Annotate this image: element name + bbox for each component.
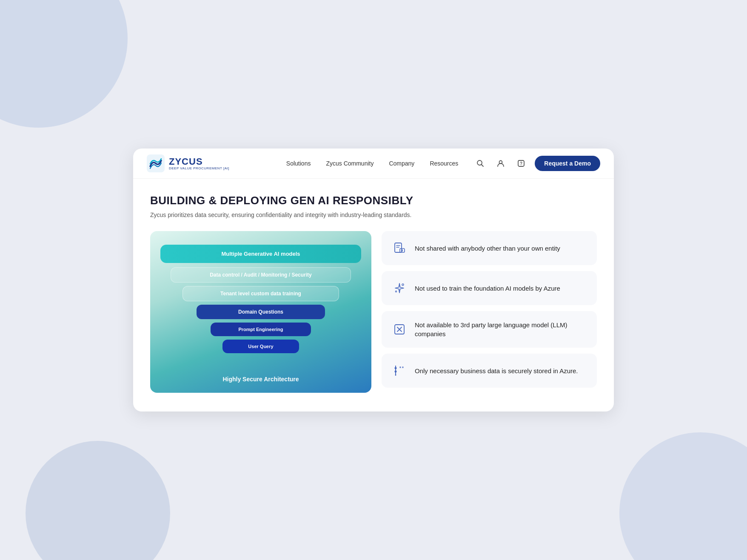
main-card: ZYCUS DEEP VALUE PROCUREMENT [AI] Soluti… xyxy=(133,149,614,411)
svg-point-12 xyxy=(395,367,397,369)
svg-point-9 xyxy=(396,291,397,292)
arch-layer-2: Tenant level custom data training xyxy=(182,286,339,301)
feature-card-2: Not used to train the foundation AI mode… xyxy=(382,271,597,305)
svg-text:*: * xyxy=(402,366,404,371)
svg-text:*: * xyxy=(399,366,401,371)
feature-text-3: Not available to 3rd party large languag… xyxy=(415,320,587,338)
bg-decoration-topleft xyxy=(0,0,128,128)
logo-area: ZYCUS DEEP VALUE PROCUREMENT [AI] xyxy=(147,154,229,172)
nav-link-community[interactable]: Zycus Community xyxy=(326,160,374,167)
logo-name: ZYCUS xyxy=(169,157,229,166)
svg-text:?: ? xyxy=(520,161,522,166)
svg-point-8 xyxy=(402,284,404,286)
nav-link-solutions[interactable]: Solutions xyxy=(286,160,311,167)
logo-sub: DEEP VALUE PROCUREMENT [AI] xyxy=(169,167,229,170)
feature-card-4: * * Only necessary business data is secu… xyxy=(382,354,597,388)
search-icon[interactable] xyxy=(473,157,487,170)
page-content: BUILDING & DEPLOYING GEN AI RESPONSIBLY … xyxy=(133,179,614,411)
logo-icon xyxy=(147,154,165,172)
feature-card-3: Not available to 3rd party large languag… xyxy=(382,311,597,348)
nav-icons: ? xyxy=(473,157,528,170)
nav-link-resources[interactable]: Resources xyxy=(430,160,458,167)
navbar: ZYCUS DEEP VALUE PROCUREMENT [AI] Soluti… xyxy=(133,149,614,179)
architecture-panel: Multiple Generative AI models Data contr… xyxy=(150,231,371,393)
help-icon[interactable]: ? xyxy=(514,157,528,170)
arch-layer-3: Domain Questions xyxy=(197,305,325,319)
feature-text-2: Not used to train the foundation AI mode… xyxy=(415,284,560,293)
svg-point-13 xyxy=(395,371,397,373)
user-icon[interactable] xyxy=(494,157,508,170)
arch-layer-1: Data control / Audit / Monitoring / Secu… xyxy=(171,267,351,283)
arch-diagram: Multiple Generative AI models Data contr… xyxy=(160,245,361,368)
logo-text: ZYCUS DEEP VALUE PROCUREMENT [AI] xyxy=(169,157,229,170)
nav-links: Solutions Zycus Community Company Resour… xyxy=(286,160,458,167)
page-title: BUILDING & DEPLOYING GEN AI RESPONSIBLY xyxy=(150,194,597,207)
svg-point-14 xyxy=(395,374,396,376)
sparkle-icon xyxy=(392,280,407,296)
nav-link-company[interactable]: Company xyxy=(389,160,414,167)
feature-card-1: Not shared with anybody other than your … xyxy=(382,231,597,265)
arch-layer-4: Prompt Engineering xyxy=(211,323,311,336)
key-data-icon: * * xyxy=(392,363,407,378)
two-col-layout: Multiple Generative AI models Data contr… xyxy=(150,231,597,393)
page-subtitle: Zycus prioritizes data security, ensurin… xyxy=(150,211,597,218)
bg-decoration-bottomleft xyxy=(26,441,170,560)
feature-text-1: Not shared with anybody other than your … xyxy=(415,244,560,253)
arch-layer-5: User Query xyxy=(222,340,299,353)
bg-decoration-bottomright xyxy=(619,432,747,560)
demo-button[interactable]: Request a Demo xyxy=(535,156,600,171)
arch-caption: Highly Secure Architecture xyxy=(222,376,299,383)
svg-rect-5 xyxy=(395,243,402,252)
feature-text-4: Only necessary business data is securely… xyxy=(415,366,578,375)
box-x-icon xyxy=(392,322,407,337)
arch-layer-0: Multiple Generative AI models xyxy=(160,245,361,263)
features-panel: Not shared with anybody other than your … xyxy=(382,231,597,388)
document-lock-icon xyxy=(392,240,407,256)
